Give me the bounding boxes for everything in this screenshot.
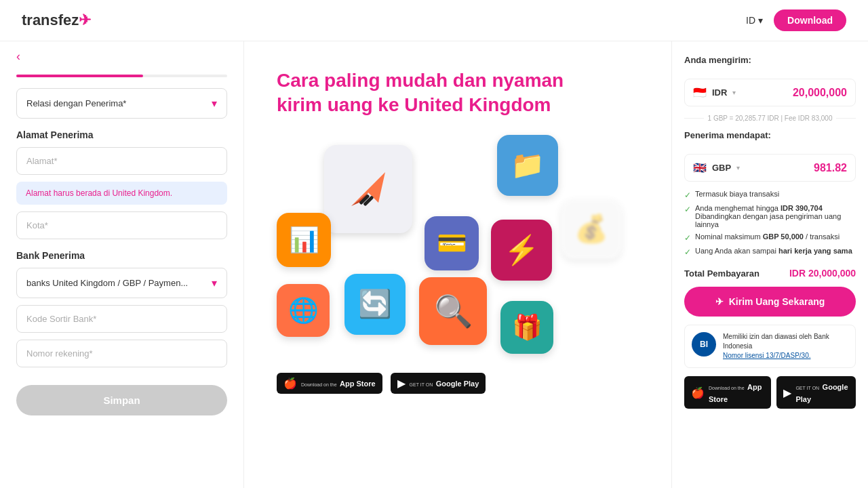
- benefit-2: ✓ Anda menghemat hingga IDR 390,704 Diba…: [684, 204, 856, 228]
- bottom-appstore-badge[interactable]: 🍎 Download on the App Store: [684, 376, 771, 409]
- nomor-rekening-input[interactable]: [16, 340, 227, 367]
- receive-amount: 981.82: [814, 162, 847, 174]
- apple-icon: 🍎: [283, 377, 297, 390]
- bottom-appstore-text: Download on the App Store: [709, 380, 764, 405]
- kota-input[interactable]: [16, 211, 227, 239]
- check-icon-1: ✓: [684, 190, 691, 200]
- lang-label: ID: [746, 15, 755, 26]
- receive-label: Penerima mendapat:: [684, 130, 856, 140]
- alamat-alert: Alamat harus berada di United Kingdom.: [16, 182, 227, 205]
- benefit-4: ✓ Uang Anda akan sampai hari kerja yang …: [684, 247, 856, 257]
- bottom-badges: 🍎 Download on the App Store ▶ GET IT ON …: [684, 376, 856, 409]
- bank-value: banks United Kingdom / GBP / Paymen...: [26, 278, 188, 288]
- kota-field[interactable]: [16, 211, 227, 239]
- benefit-text-4: Uang Anda akan sampai hari kerja yang sa…: [695, 247, 852, 255]
- relasi-chevron: ▾: [212, 97, 217, 110]
- receive-flag: 🇬🇧: [693, 161, 707, 174]
- bottom-appstore-sub: Download on the: [709, 386, 745, 390]
- app-icon-folder: 📁: [497, 135, 558, 196]
- receive-currency-left: 🇬🇧 GBP ▾: [693, 161, 740, 174]
- alamat-input[interactable]: [16, 147, 227, 175]
- language-selector[interactable]: ID ▾: [746, 15, 763, 26]
- bank-chevron: ▾: [212, 277, 217, 289]
- bottom-google-icon: ▶: [783, 386, 791, 399]
- kode-sortir-field[interactable]: [16, 305, 227, 333]
- bank-select-field[interactable]: banks United Kingdom / GBP / Paymen... ▾: [16, 268, 227, 298]
- appstore-name: App Store: [340, 380, 376, 388]
- relasi-field[interactable]: Relasi dengan Penerima* ▾: [16, 88, 227, 119]
- check-icon-2: ✓: [684, 205, 691, 214]
- relasi-placeholder: Relasi dengan Penerima*: [26, 98, 126, 108]
- nomor-rekening-field[interactable]: [16, 340, 227, 367]
- app-icons-area: 📁 📊 💳 ⚡ 🌐 🔄 🔍: [277, 131, 629, 362]
- alamat-field[interactable]: [16, 147, 227, 175]
- receive-currency-row[interactable]: 🇬🇧 GBP ▾ 981.82: [684, 154, 856, 182]
- googleplay-name: Google Play: [436, 380, 479, 388]
- send-button[interactable]: ✈ Kirim Uang Sekarang: [684, 287, 856, 317]
- download-button[interactable]: Download: [774, 9, 846, 31]
- send-btn-label: Kirim Uang Sekarang: [729, 296, 825, 307]
- app-icon-gift: 🎁: [500, 301, 553, 354]
- benefit-text-2: Anda menghemat hingga IDR 390,704 Diband…: [695, 204, 856, 228]
- logo-arrow: ✈: [79, 12, 91, 28]
- receive-dropdown-icon[interactable]: ▾: [736, 164, 740, 171]
- app-icon-bolt: ⚡: [491, 220, 552, 281]
- relasi-dropdown[interactable]: Relasi dengan Penerima* ▾: [16, 88, 227, 119]
- right-panel: Anda mengirim: 🇮🇩 IDR ▾ 20,000,000 1 GBP…: [671, 41, 868, 488]
- send-dropdown-icon[interactable]: ▾: [732, 89, 736, 96]
- bank-license: BI Memiliki izin dan diawasi oleh Bank I…: [684, 325, 856, 368]
- bank-license-number[interactable]: Nomor lisensi 13/7/DASP/30.: [723, 352, 811, 359]
- main-layout: ‹ Relasi dengan Penerima* ▾ Alamat Pener…: [0, 41, 868, 488]
- benefit-text-3: Nominal maksimum GBP 50,000 / transaksi: [695, 232, 840, 241]
- bank-license-text: Memiliki izin dan diawasi oleh Bank Indo…: [723, 332, 848, 361]
- app-icon-card: 💳: [425, 216, 479, 270]
- google-icon: ▶: [397, 377, 406, 390]
- bottom-apple-icon: 🍎: [691, 386, 705, 399]
- left-panel: ‹ Relasi dengan Penerima* ▾ Alamat Pener…: [0, 41, 244, 488]
- googleplay-sub: GET IT ON: [410, 382, 433, 387]
- kode-sortir-input[interactable]: [16, 305, 227, 333]
- send-currency-left: 🇮🇩 IDR ▾: [693, 86, 736, 99]
- bank-logo: BI: [692, 332, 716, 357]
- appstore-badge[interactable]: 🍎 Download on the App Store: [277, 373, 382, 394]
- send-amount: 20,000,000: [793, 87, 847, 99]
- heading-line2: kirim uang ke United Kingdom: [277, 94, 551, 115]
- alamat-section-title: Alamat Penerima: [16, 129, 227, 140]
- send-currency-row[interactable]: 🇮🇩 IDR ▾ 20,000,000: [684, 79, 856, 106]
- total-label: Total Pembayaran: [684, 268, 760, 279]
- header-right: ID ▾ Download: [746, 9, 846, 31]
- bank-dropdown[interactable]: banks United Kingdom / GBP / Paymen... ▾: [16, 268, 227, 298]
- back-button[interactable]: ‹: [16, 49, 20, 64]
- benefit-text-1: Termasuk biaya transaksi: [695, 190, 779, 198]
- receive-currency-code: GBP: [712, 163, 731, 173]
- app-icon-chart: 📊: [277, 213, 331, 267]
- header: transfez✈ ID ▾ Download: [0, 0, 868, 41]
- progress-fill: [16, 75, 143, 77]
- googleplay-badge[interactable]: ▶ GET IT ON Google Play: [391, 373, 486, 394]
- googleplay-text: GET IT ON Google Play: [410, 377, 479, 389]
- bank-section-title: Bank Penerima: [16, 250, 227, 261]
- progress-bar-area: [16, 75, 227, 77]
- send-label: Anda mengirim:: [684, 55, 856, 65]
- send-flag: 🇮🇩: [693, 86, 707, 99]
- appstore-text: Download on the App Store: [301, 377, 376, 389]
- heading-line1: Cara paling mudah dan nyaman: [277, 70, 564, 91]
- benefit-3: ✓ Nominal maksimum GBP 50,000 / transaks…: [684, 232, 856, 243]
- appstore-sub: Download on the: [301, 382, 337, 387]
- center-content: Cara paling mudah dan nyaman kirim uang …: [244, 41, 671, 488]
- bottom-googleplay-badge[interactable]: ▶ GET IT ON Google Play: [776, 376, 856, 409]
- store-badges: 🍎 Download on the App Store ▶ GET IT ON …: [277, 373, 486, 394]
- send-currency-code: IDR: [712, 87, 727, 98]
- app-icon-coin: 💰: [561, 199, 621, 259]
- app-icon-backup: 🔄: [344, 274, 406, 335]
- rate-line: 1 GBP = 20,285.77 IDR | Fee IDR 83,000: [684, 115, 856, 122]
- save-button[interactable]: Simpan: [16, 385, 227, 415]
- bank-license-desc: Memiliki izin dan diawasi oleh Bank Indo…: [723, 333, 829, 350]
- app-icon-globe: 🌐: [277, 284, 330, 337]
- benefit-1: ✓ Termasuk biaya transaksi: [684, 190, 856, 200]
- app-icon-dollar: 🔍: [419, 277, 487, 345]
- lang-chevron: ▾: [758, 15, 763, 26]
- check-icon-3: ✓: [684, 233, 691, 243]
- send-btn-icon: ✈: [715, 296, 724, 307]
- progress-bar: [16, 75, 227, 77]
